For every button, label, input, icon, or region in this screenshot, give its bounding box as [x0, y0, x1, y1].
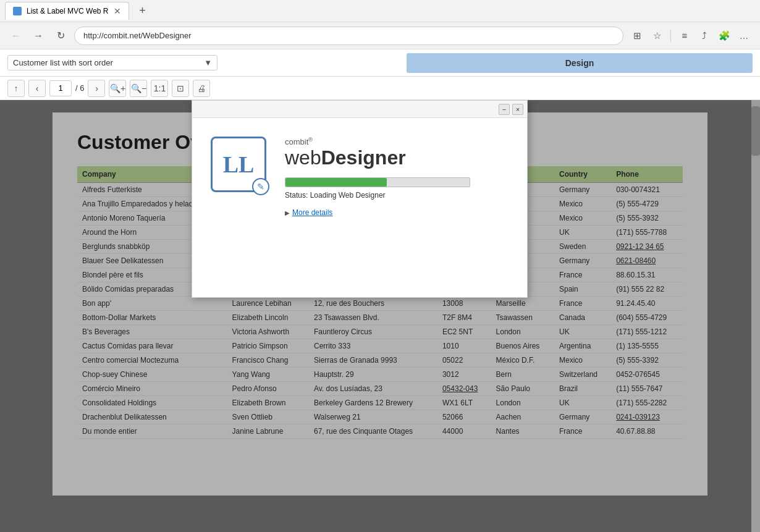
design-button[interactable]: Design: [407, 53, 753, 73]
zoom-in-button[interactable]: 🔍+: [109, 80, 126, 97]
dialog-titlebar: − ×: [192, 101, 527, 118]
dialog-close-button[interactable]: ×: [512, 104, 523, 115]
content-area: Customer Overview Company Contact Addres…: [0, 100, 760, 532]
forward-button[interactable]: →: [30, 27, 47, 44]
zoom-reset-label: 1:1: [154, 83, 166, 93]
export-button[interactable]: ⊡: [172, 80, 189, 97]
tab-title: List & Label MVC Web R: [27, 7, 109, 15]
dropdown-arrow-icon: ▼: [204, 58, 212, 67]
badge-icon: ✎: [257, 182, 264, 192]
app-toolbar: Customer list with sort order ▼ Design: [0, 49, 760, 77]
back-icon: ←: [11, 30, 21, 41]
page-total: / 6: [75, 83, 84, 93]
ll-logo-box: LL ✎: [211, 137, 266, 192]
prev-page-button[interactable]: ‹: [28, 80, 46, 97]
next-page-button[interactable]: ›: [88, 80, 105, 97]
tab-favicon: [13, 7, 22, 15]
report-selector-label: Customer list with sort order: [13, 58, 113, 67]
reader-view-button[interactable]: ⊞: [628, 27, 646, 44]
dialog-content: combit® webDesigner Status: Loading Web …: [285, 137, 515, 217]
first-page-button[interactable]: ↑: [7, 80, 25, 97]
reader-view-icon: ⊞: [633, 30, 641, 41]
extensions-icon: 🧩: [719, 30, 730, 41]
browser-tab[interactable]: List & Label MVC Web R ✕: [5, 2, 129, 20]
export-icon: ⊡: [177, 83, 184, 93]
more-details-section[interactable]: ▶ More details: [285, 208, 515, 217]
combit-label: combit®: [285, 137, 515, 146]
tab-close-button[interactable]: ✕: [114, 6, 121, 16]
up-arrow-icon: ↑: [14, 83, 19, 93]
forward-icon: →: [33, 30, 43, 41]
zoom-reset-button[interactable]: 1:1: [151, 80, 168, 97]
dialog-body: LL ✎ combit® webDesigner: [192, 118, 527, 235]
minimize-icon: −: [502, 106, 506, 113]
print-button[interactable]: 🖨: [193, 80, 210, 97]
page-controls: ↑ ‹ / 6 › 🔍+ 🔍− 1:1 ⊡ 🖨: [0, 77, 760, 100]
bookmark-button[interactable]: ☆: [648, 27, 665, 44]
dialog-logo-area: LL ✎: [211, 137, 266, 192]
print-icon: 🖨: [197, 83, 206, 93]
dialog-minimize-button[interactable]: −: [499, 104, 510, 115]
share-button[interactable]: ⤴: [696, 27, 713, 44]
back-button[interactable]: ←: [7, 27, 25, 44]
address-bar[interactable]: [74, 27, 623, 45]
refresh-button[interactable]: ↻: [52, 27, 69, 44]
progress-bar-fill: [285, 178, 387, 187]
web-label: web: [285, 146, 321, 169]
browser-navbar: ← → ↻ ⊞ ☆ ≡ ⤴ 🧩 …: [0, 22, 760, 49]
more-icon: …: [740, 30, 749, 41]
share-icon: ⤴: [702, 30, 707, 41]
designer-label: Designer: [321, 146, 406, 169]
browser-titlebar: List & Label MVC Web R ✕ +: [0, 0, 760, 22]
prev-page-icon: ‹: [36, 83, 39, 93]
progress-container: Status: Loading Web Designer: [285, 177, 515, 200]
progress-bar-background: [285, 177, 470, 187]
zoom-out-button[interactable]: 🔍−: [130, 80, 147, 97]
next-page-icon: ›: [95, 83, 98, 93]
new-tab-button[interactable]: +: [134, 2, 151, 20]
status-text: Status: Loading Web Designer: [285, 191, 515, 200]
webdesigner-dialog: − × LL ✎: [192, 100, 528, 298]
more-button[interactable]: …: [735, 27, 753, 44]
logo-badge: ✎: [252, 178, 269, 195]
extensions-button[interactable]: 🧩: [716, 27, 733, 44]
report-selector[interactable]: Customer list with sort order ▼: [7, 55, 217, 70]
bookmark-icon: ☆: [653, 30, 661, 41]
menu-icon: ≡: [682, 30, 688, 41]
close-icon: ×: [516, 106, 520, 113]
menu-button[interactable]: ≡: [676, 27, 693, 44]
webdesigner-title: webDesigner: [285, 148, 515, 167]
refresh-icon: ↻: [57, 30, 65, 41]
zoom-out-icon: 🔍−: [131, 83, 146, 93]
zoom-in-icon: 🔍+: [110, 83, 125, 93]
brand-area: combit® webDesigner: [285, 137, 515, 167]
details-arrow-icon: ▶: [285, 209, 290, 216]
page-number-input[interactable]: [49, 80, 72, 96]
ll-logo-text: LL: [223, 153, 255, 176]
more-details-link[interactable]: More details: [292, 208, 332, 217]
modal-overlay: − × LL ✎: [0, 100, 760, 532]
